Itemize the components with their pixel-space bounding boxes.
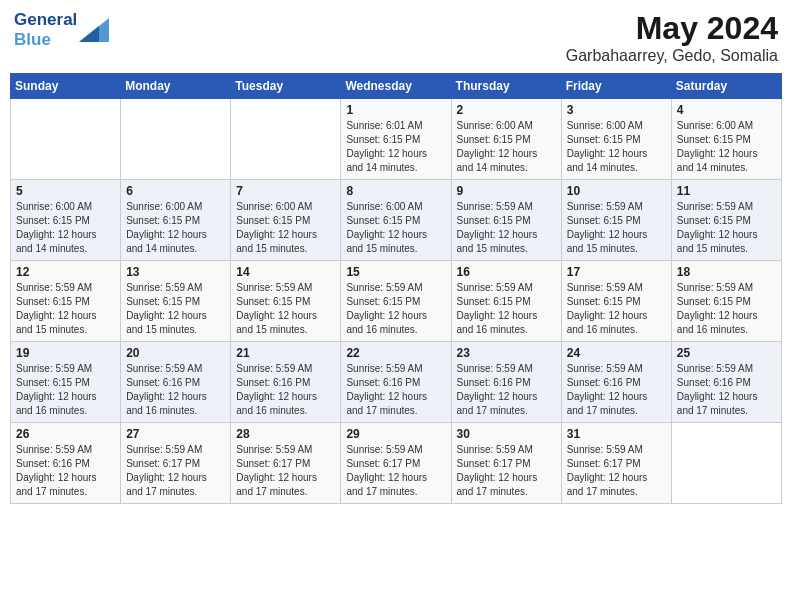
day-header-thursday: Thursday (451, 74, 561, 99)
day-info: Sunrise: 6:00 AM Sunset: 6:15 PM Dayligh… (346, 200, 445, 256)
calendar-cell: 17Sunrise: 5:59 AM Sunset: 6:15 PM Dayli… (561, 261, 671, 342)
day-number: 27 (126, 427, 225, 441)
calendar-week-row: 5Sunrise: 6:00 AM Sunset: 6:15 PM Daylig… (11, 180, 782, 261)
day-info: Sunrise: 5:59 AM Sunset: 6:15 PM Dayligh… (567, 200, 666, 256)
day-info: Sunrise: 6:00 AM Sunset: 6:15 PM Dayligh… (126, 200, 225, 256)
day-info: Sunrise: 6:00 AM Sunset: 6:15 PM Dayligh… (16, 200, 115, 256)
calendar-cell (671, 423, 781, 504)
subtitle: Garbahaarrey, Gedo, Somalia (566, 47, 778, 65)
calendar-cell: 28Sunrise: 5:59 AM Sunset: 6:17 PM Dayli… (231, 423, 341, 504)
day-number: 4 (677, 103, 776, 117)
day-number: 2 (457, 103, 556, 117)
day-info: Sunrise: 5:59 AM Sunset: 6:16 PM Dayligh… (346, 362, 445, 418)
calendar-cell: 20Sunrise: 5:59 AM Sunset: 6:16 PM Dayli… (121, 342, 231, 423)
calendar-cell: 26Sunrise: 5:59 AM Sunset: 6:16 PM Dayli… (11, 423, 121, 504)
day-info: Sunrise: 5:59 AM Sunset: 6:17 PM Dayligh… (126, 443, 225, 499)
calendar-cell (11, 99, 121, 180)
calendar-cell: 27Sunrise: 5:59 AM Sunset: 6:17 PM Dayli… (121, 423, 231, 504)
day-info: Sunrise: 5:59 AM Sunset: 6:15 PM Dayligh… (677, 200, 776, 256)
day-info: Sunrise: 5:59 AM Sunset: 6:15 PM Dayligh… (16, 362, 115, 418)
calendar-cell: 14Sunrise: 5:59 AM Sunset: 6:15 PM Dayli… (231, 261, 341, 342)
day-header-monday: Monday (121, 74, 231, 99)
day-info: Sunrise: 5:59 AM Sunset: 6:16 PM Dayligh… (126, 362, 225, 418)
day-info: Sunrise: 5:59 AM Sunset: 6:16 PM Dayligh… (457, 362, 556, 418)
logo-icon (79, 18, 109, 42)
calendar-cell: 24Sunrise: 5:59 AM Sunset: 6:16 PM Dayli… (561, 342, 671, 423)
calendar-cell: 7Sunrise: 6:00 AM Sunset: 6:15 PM Daylig… (231, 180, 341, 261)
day-info: Sunrise: 5:59 AM Sunset: 6:15 PM Dayligh… (346, 281, 445, 337)
calendar-cell: 4Sunrise: 6:00 AM Sunset: 6:15 PM Daylig… (671, 99, 781, 180)
day-info: Sunrise: 5:59 AM Sunset: 6:15 PM Dayligh… (567, 281, 666, 337)
day-info: Sunrise: 6:00 AM Sunset: 6:15 PM Dayligh… (236, 200, 335, 256)
calendar-cell: 10Sunrise: 5:59 AM Sunset: 6:15 PM Dayli… (561, 180, 671, 261)
day-number: 17 (567, 265, 666, 279)
day-number: 23 (457, 346, 556, 360)
day-info: Sunrise: 5:59 AM Sunset: 6:16 PM Dayligh… (677, 362, 776, 418)
day-number: 7 (236, 184, 335, 198)
calendar-cell: 22Sunrise: 5:59 AM Sunset: 6:16 PM Dayli… (341, 342, 451, 423)
day-number: 19 (16, 346, 115, 360)
calendar-week-row: 19Sunrise: 5:59 AM Sunset: 6:15 PM Dayli… (11, 342, 782, 423)
day-number: 5 (16, 184, 115, 198)
calendar-header-row: SundayMondayTuesdayWednesdayThursdayFrid… (11, 74, 782, 99)
calendar-cell: 13Sunrise: 5:59 AM Sunset: 6:15 PM Dayli… (121, 261, 231, 342)
day-header-sunday: Sunday (11, 74, 121, 99)
page-header: General Blue May 2024 Garbahaarrey, Gedo… (10, 10, 782, 65)
logo-line1: General (14, 10, 77, 29)
calendar-cell: 30Sunrise: 5:59 AM Sunset: 6:17 PM Dayli… (451, 423, 561, 504)
svg-marker-1 (79, 26, 99, 42)
day-number: 15 (346, 265, 445, 279)
day-header-saturday: Saturday (671, 74, 781, 99)
day-info: Sunrise: 5:59 AM Sunset: 6:16 PM Dayligh… (567, 362, 666, 418)
calendar-cell: 18Sunrise: 5:59 AM Sunset: 6:15 PM Dayli… (671, 261, 781, 342)
day-number: 8 (346, 184, 445, 198)
calendar-cell: 9Sunrise: 5:59 AM Sunset: 6:15 PM Daylig… (451, 180, 561, 261)
calendar-cell: 5Sunrise: 6:00 AM Sunset: 6:15 PM Daylig… (11, 180, 121, 261)
calendar-cell (231, 99, 341, 180)
day-number: 3 (567, 103, 666, 117)
calendar-cell: 23Sunrise: 5:59 AM Sunset: 6:16 PM Dayli… (451, 342, 561, 423)
day-number: 12 (16, 265, 115, 279)
day-number: 30 (457, 427, 556, 441)
day-number: 18 (677, 265, 776, 279)
calendar-cell: 3Sunrise: 6:00 AM Sunset: 6:15 PM Daylig… (561, 99, 671, 180)
day-number: 9 (457, 184, 556, 198)
day-info: Sunrise: 5:59 AM Sunset: 6:15 PM Dayligh… (457, 281, 556, 337)
calendar-cell: 8Sunrise: 6:00 AM Sunset: 6:15 PM Daylig… (341, 180, 451, 261)
day-number: 22 (346, 346, 445, 360)
day-number: 24 (567, 346, 666, 360)
calendar-week-row: 1Sunrise: 6:01 AM Sunset: 6:15 PM Daylig… (11, 99, 782, 180)
calendar-cell: 12Sunrise: 5:59 AM Sunset: 6:15 PM Dayli… (11, 261, 121, 342)
day-header-friday: Friday (561, 74, 671, 99)
calendar-cell: 1Sunrise: 6:01 AM Sunset: 6:15 PM Daylig… (341, 99, 451, 180)
day-number: 21 (236, 346, 335, 360)
day-info: Sunrise: 5:59 AM Sunset: 6:16 PM Dayligh… (16, 443, 115, 499)
calendar-cell: 2Sunrise: 6:00 AM Sunset: 6:15 PM Daylig… (451, 99, 561, 180)
calendar-cell: 11Sunrise: 5:59 AM Sunset: 6:15 PM Dayli… (671, 180, 781, 261)
day-number: 26 (16, 427, 115, 441)
day-info: Sunrise: 5:59 AM Sunset: 6:15 PM Dayligh… (677, 281, 776, 337)
calendar-cell: 29Sunrise: 5:59 AM Sunset: 6:17 PM Dayli… (341, 423, 451, 504)
calendar-cell: 16Sunrise: 5:59 AM Sunset: 6:15 PM Dayli… (451, 261, 561, 342)
day-header-wednesday: Wednesday (341, 74, 451, 99)
day-info: Sunrise: 5:59 AM Sunset: 6:17 PM Dayligh… (236, 443, 335, 499)
calendar-cell: 19Sunrise: 5:59 AM Sunset: 6:15 PM Dayli… (11, 342, 121, 423)
title-block: May 2024 Garbahaarrey, Gedo, Somalia (566, 10, 778, 65)
day-info: Sunrise: 6:01 AM Sunset: 6:15 PM Dayligh… (346, 119, 445, 175)
day-info: Sunrise: 6:00 AM Sunset: 6:15 PM Dayligh… (567, 119, 666, 175)
day-info: Sunrise: 5:59 AM Sunset: 6:16 PM Dayligh… (236, 362, 335, 418)
day-info: Sunrise: 5:59 AM Sunset: 6:17 PM Dayligh… (457, 443, 556, 499)
day-info: Sunrise: 5:59 AM Sunset: 6:15 PM Dayligh… (126, 281, 225, 337)
day-info: Sunrise: 5:59 AM Sunset: 6:15 PM Dayligh… (457, 200, 556, 256)
day-info: Sunrise: 6:00 AM Sunset: 6:15 PM Dayligh… (677, 119, 776, 175)
logo-line2: Blue (14, 30, 51, 49)
calendar-week-row: 26Sunrise: 5:59 AM Sunset: 6:16 PM Dayli… (11, 423, 782, 504)
day-number: 1 (346, 103, 445, 117)
day-header-tuesday: Tuesday (231, 74, 341, 99)
calendar-cell: 25Sunrise: 5:59 AM Sunset: 6:16 PM Dayli… (671, 342, 781, 423)
calendar-week-row: 12Sunrise: 5:59 AM Sunset: 6:15 PM Dayli… (11, 261, 782, 342)
day-number: 6 (126, 184, 225, 198)
day-number: 16 (457, 265, 556, 279)
calendar-cell: 31Sunrise: 5:59 AM Sunset: 6:17 PM Dayli… (561, 423, 671, 504)
day-number: 11 (677, 184, 776, 198)
